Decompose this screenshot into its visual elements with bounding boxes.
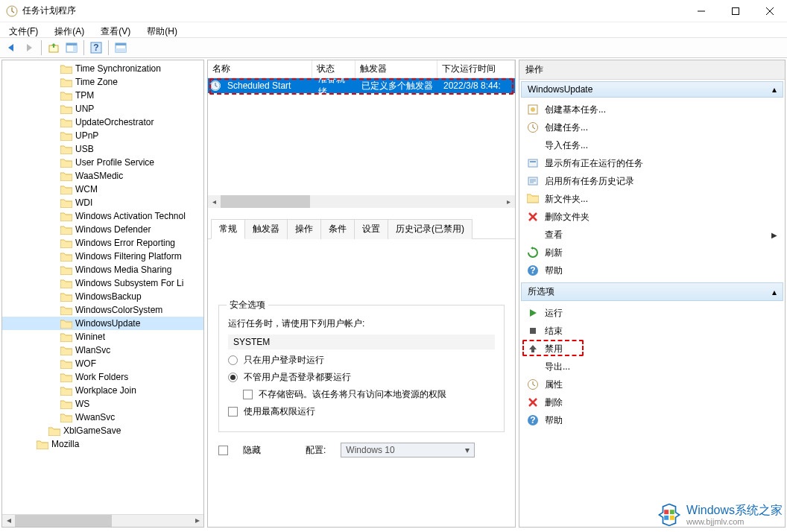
task-trigger: 已定义多个触发器	[357, 78, 439, 94]
folder-icon	[60, 373, 72, 382]
action-label: 删除	[545, 396, 563, 409]
task-row-selected[interactable]: Scheduled Start 准备就绪 已定义多个触发器 2022/3/8 8…	[208, 78, 515, 93]
folder-icon	[60, 292, 72, 302]
section-selected[interactable]: 所选项 ▴	[521, 282, 783, 301]
checkbox-highest-row[interactable]: 使用最高权限运行	[228, 405, 495, 418]
tree-item[interactable]: Time Zone	[2, 75, 203, 89]
radio-logged-on-row[interactable]: 只在用户登录时运行	[228, 354, 495, 367]
action-item[interactable]: 禁用	[521, 340, 783, 358]
config-combo[interactable]: Windows 10 ▾	[341, 443, 475, 457]
section-windowsupdate[interactable]: WindowsUpdate ▴	[521, 81, 783, 98]
action-item[interactable]: 导入任务...	[521, 136, 783, 154]
tree-item-label: WaaSMedic	[75, 171, 123, 181]
radio-any-row[interactable]: 不管用户是否登录都要运行	[228, 371, 495, 384]
tree-item[interactable]: Mozilla	[2, 437, 203, 451]
menu-action[interactable]: 操作(A)	[51, 24, 87, 36]
tree-item[interactable]: WS	[2, 397, 203, 411]
toolbar: ?	[0, 37, 787, 58]
action-item[interactable]: 启用所有任务历史记录	[521, 172, 783, 190]
tab-actions[interactable]: 操作	[287, 219, 321, 239]
tree-item[interactable]: UpdateOrchestrator	[2, 115, 203, 129]
tree-item-label: User Profile Service	[75, 157, 154, 168]
action-item[interactable]: 导出...	[521, 358, 783, 376]
panel-toggle-button[interactable]	[63, 39, 80, 56]
folder-icon	[60, 225, 72, 235]
tree-item-label: WlanSvc	[75, 345, 110, 355]
tree-item[interactable]: WaaSMedic	[2, 169, 203, 183]
tree-item[interactable]: WOF	[2, 357, 203, 370]
help-button[interactable]: ?	[88, 39, 104, 56]
checkbox-nostore-row[interactable]: 不存储密码。该任务将只有访问本地资源的权限	[228, 388, 495, 401]
tree-item[interactable]: WlanSvc	[2, 343, 203, 357]
tree-item[interactable]: User Profile Service	[2, 156, 203, 169]
folder-icon	[60, 386, 72, 396]
action-icon	[527, 379, 539, 390]
tree-item[interactable]: WDI	[2, 196, 203, 209]
action-item[interactable]: ?帮助	[521, 262, 783, 279]
task-list-scrollbar[interactable]: ◂▸	[208, 195, 515, 208]
action-item[interactable]: 显示所有正在运行的任务	[521, 154, 783, 172]
tree-item[interactable]: WindowsUpdate	[2, 317, 203, 330]
tree-item[interactable]: WCM	[2, 183, 203, 196]
tree-item-label: UPnP	[75, 130, 98, 141]
back-button[interactable]	[3, 39, 19, 56]
checkbox-hidden[interactable]	[218, 446, 228, 455]
action-label: 显示所有正在运行的任务	[545, 157, 643, 170]
tab-triggers[interactable]: 触发器	[244, 219, 288, 239]
action-item[interactable]: 创建基本任务...	[521, 101, 783, 118]
action-item[interactable]: 删除文件夹	[521, 208, 783, 226]
action-item[interactable]: 属性	[521, 376, 783, 393]
action-item[interactable]: >新文件夹...	[521, 190, 783, 208]
action-item[interactable]: 创建任务...	[521, 118, 783, 136]
tree-item[interactable]: Windows Defender	[2, 223, 203, 236]
action-icon	[527, 361, 539, 373]
tree-item[interactable]: WwanSvc	[2, 411, 203, 424]
up-button[interactable]	[45, 39, 62, 56]
tree-item[interactable]: WindowsColorSystem	[2, 303, 203, 317]
folder-icon	[60, 77, 72, 87]
col-name[interactable]: 名称	[208, 60, 312, 78]
tab-general[interactable]: 常规	[211, 219, 245, 239]
action-item[interactable]: 查看▶	[521, 226, 783, 244]
tree-item[interactable]: Windows Error Reporting	[2, 236, 203, 250]
tab-history[interactable]: 历史记录(已禁用)	[388, 219, 472, 239]
action-label: 导出...	[545, 361, 570, 373]
tree-item[interactable]: Time Synchronization	[2, 62, 203, 75]
folder-tree[interactable]: Time SynchronizationTime ZoneTPMUNPUpdat…	[2, 60, 203, 514]
tree-item[interactable]: XblGameSave	[2, 424, 203, 437]
tree-item[interactable]: Windows Media Sharing	[2, 263, 203, 276]
action-item[interactable]: 删除	[521, 393, 783, 411]
tree-item[interactable]: WindowsBackup	[2, 290, 203, 303]
action-item[interactable]: 运行	[521, 304, 783, 322]
tree-item[interactable]: UPnP	[2, 129, 203, 142]
menu-file[interactable]: 文件(F)	[6, 24, 41, 36]
tree-item[interactable]: Wininet	[2, 330, 203, 343]
horizontal-scrollbar[interactable]: ◂ ▸	[2, 514, 203, 527]
tree-item[interactable]: Workplace Join	[2, 384, 203, 397]
minimize-button[interactable]	[684, 0, 718, 22]
actions-panel: 操作 WindowsUpdate ▴ 创建基本任务...创建任务...导入任务.…	[519, 60, 786, 528]
menu-help[interactable]: 帮助(H)	[144, 24, 180, 36]
action-icon	[527, 325, 539, 337]
col-nextrun[interactable]: 下次运行时间	[437, 60, 515, 78]
tab-settings[interactable]: 设置	[354, 219, 388, 239]
tree-item[interactable]: USB	[2, 142, 203, 156]
forward-button[interactable]	[21, 39, 37, 56]
action-item[interactable]: 刷新	[521, 244, 783, 262]
tree-item[interactable]: Work Folders	[2, 370, 203, 384]
action-item[interactable]: 结束	[521, 322, 783, 340]
tree-item[interactable]: Windows Filtering Platform	[2, 250, 203, 263]
menu-view[interactable]: 查看(V)	[98, 24, 133, 36]
close-button[interactable]	[753, 0, 787, 22]
action-label: 删除文件夹	[545, 211, 590, 224]
layout-button[interactable]	[113, 39, 129, 56]
action-item[interactable]: ?帮助	[521, 411, 783, 429]
tree-item[interactable]: Windows Activation Technol	[2, 209, 203, 223]
tree-item[interactable]: TPM	[2, 89, 203, 102]
tab-conditions[interactable]: 条件	[320, 219, 355, 239]
folder-icon	[60, 158, 72, 168]
tree-item[interactable]: Windows Subsystem For Li	[2, 276, 203, 290]
col-trigger[interactable]: 触发器	[355, 60, 437, 78]
maximize-button[interactable]	[718, 0, 753, 22]
tree-item[interactable]: UNP	[2, 102, 203, 115]
